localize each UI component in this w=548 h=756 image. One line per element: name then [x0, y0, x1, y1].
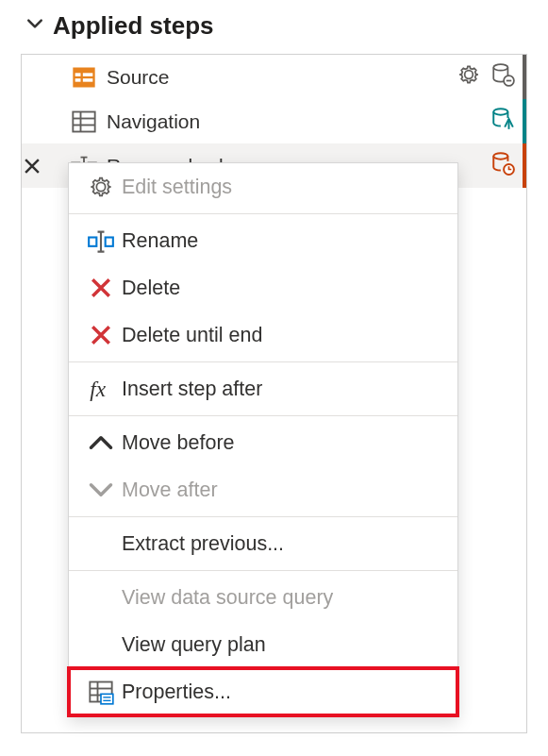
chevron-down-icon: [26, 15, 43, 37]
gear-icon: [80, 174, 122, 200]
menu-label: Delete until end: [122, 324, 262, 347]
menu-view-data-source-query: View data source query: [69, 574, 457, 621]
panel-title: Applied steps: [53, 11, 213, 41]
menu-separator: [69, 516, 457, 517]
delete-x-icon: [80, 275, 122, 301]
rename-icon: [80, 227, 122, 254]
svg-rect-1: [75, 73, 81, 76]
svg-text:fx: fx: [90, 377, 106, 401]
step-navigation[interactable]: Navigation: [22, 99, 526, 143]
menu-delete-until-end[interactable]: Delete until end: [69, 311, 457, 359]
menu-label: View data source query: [122, 586, 333, 610]
svg-rect-19: [89, 238, 96, 246]
menu-label: Move after: [122, 479, 218, 502]
delete-x-icon: [80, 322, 122, 348]
svg-rect-27: [101, 694, 113, 704]
svg-rect-4: [83, 78, 93, 82]
step-source[interactable]: Source: [22, 55, 526, 99]
menu-separator: [69, 361, 457, 362]
properties-table-icon: [80, 679, 122, 705]
delete-step-icon[interactable]: [20, 156, 44, 176]
menu-properties[interactable]: Properties...: [69, 668, 457, 715]
menu-delete[interactable]: Delete: [69, 264, 457, 311]
menu-separator: [69, 213, 457, 214]
svg-point-17: [493, 153, 507, 160]
menu-label: Extract previous...: [122, 532, 284, 556]
database-clock-icon[interactable]: [490, 151, 515, 180]
menu-edit-settings: Edit settings: [69, 163, 457, 210]
menu-move-before[interactable]: Move before: [69, 419, 457, 466]
svg-rect-2: [83, 73, 93, 76]
svg-point-5: [493, 64, 507, 71]
menu-rename[interactable]: Rename: [69, 217, 457, 264]
database-refresh-icon[interactable]: [490, 107, 515, 136]
svg-rect-8: [73, 111, 94, 131]
menu-label: Delete: [122, 277, 180, 300]
chevron-down-icon: [80, 477, 122, 503]
step-label: Source: [107, 66, 457, 89]
menu-view-query-plan[interactable]: View query plan: [69, 621, 457, 668]
database-minus-icon[interactable]: [490, 62, 515, 92]
fx-icon: fx: [80, 376, 122, 402]
menu-move-after: Move after: [69, 466, 457, 513]
step-label: Navigation: [107, 110, 490, 133]
menu-separator: [69, 415, 457, 416]
panel-header[interactable]: Applied steps: [0, 0, 548, 48]
menu-label: Properties...: [122, 680, 231, 704]
svg-rect-0: [73, 67, 94, 87]
chevron-up-icon: [80, 429, 122, 456]
menu-label: Move before: [122, 431, 235, 455]
menu-label: Insert step after: [122, 378, 262, 401]
table-icon: [71, 109, 97, 135]
menu-separator: [69, 570, 457, 571]
menu-label: Edit settings: [122, 176, 232, 199]
source-table-icon: [71, 64, 97, 91]
menu-insert-step-after[interactable]: fx Insert step after: [69, 365, 457, 412]
svg-point-12: [493, 109, 507, 115]
svg-rect-3: [75, 78, 81, 82]
menu-label: View query plan: [122, 633, 266, 657]
menu-label: Rename: [122, 229, 198, 253]
svg-rect-20: [106, 238, 113, 246]
menu-extract-previous[interactable]: Extract previous...: [69, 520, 457, 567]
step-context-menu: Edit settings Rename Delete Delete until…: [68, 162, 458, 716]
gear-icon[interactable]: [457, 62, 481, 92]
